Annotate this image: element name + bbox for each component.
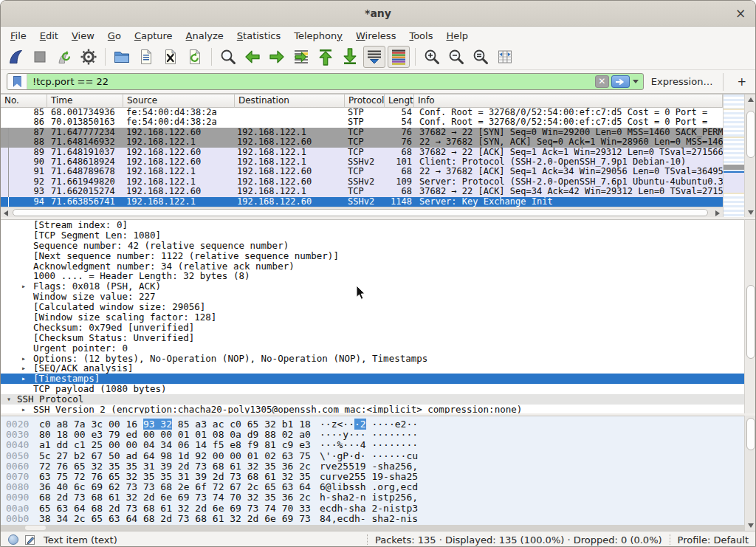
packet-list-vscrollbar[interactable]: [744, 94, 755, 217]
detail-line[interactable]: [TCP Segment Len: 1080]: [1, 230, 744, 241]
detail-line[interactable]: ▸[Timestamps]: [1, 374, 744, 384]
collapsed-arrow-icon[interactable]: ▸: [21, 363, 26, 374]
detail-line[interactable]: [Next sequence number: 1122 (relative se…: [1, 251, 744, 261]
details-vscrollbar[interactable]: [744, 219, 756, 413]
detail-line[interactable]: Window size value: 227: [1, 292, 744, 302]
hex-row[interactable]: 008036 40 6c 69 62 73 73 68 2e 6f 72 67 …: [1, 482, 744, 492]
menu-item-tools[interactable]: Tools: [402, 29, 439, 43]
packet-list-hscrollbar[interactable]: [1, 207, 723, 217]
restart-capture-icon[interactable]: [53, 46, 75, 68]
find-packet-icon[interactable]: [217, 46, 239, 68]
hex-row[interactable]: 006072 76 65 32 35 35 31 39 2d 73 68 61 …: [1, 461, 744, 472]
menu-item-file[interactable]: File: [4, 29, 33, 43]
menu-item-analyze[interactable]: Analyze: [179, 29, 230, 43]
hex-bytes[interactable]: 5c 27 b2 67 50 ad 64 98 1d 92 00 00 01 0…: [39, 451, 311, 461]
hscroll-thumb[interactable]: [13, 209, 708, 216]
go-last-icon[interactable]: [339, 46, 361, 68]
bytes-vscroll-thumb[interactable]: [746, 418, 755, 450]
filter-history-dropdown-icon[interactable]: [633, 80, 639, 83]
hex-row[interactable]: 007063 75 72 76 65 32 35 35 31 39 2d 73 …: [1, 472, 744, 482]
add-filter-button[interactable]: +: [734, 75, 749, 89]
hex-bytes[interactable]: 68 2d 73 68 61 32 2d 6e 69 73 74 70 32 3…: [39, 492, 311, 503]
menu-item-statistics[interactable]: Statistics: [230, 29, 287, 43]
auto-scroll-button[interactable]: [363, 46, 385, 68]
detail-line[interactable]: ▸Flags: 0x018 (PSH, ACK): [1, 281, 744, 292]
clear-filter-icon[interactable]: ✕: [595, 75, 609, 88]
titlebar[interactable]: *any ×: [1, 1, 755, 27]
colorize-button[interactable]: [388, 46, 410, 68]
hex-row[interactable]: 00505c 27 b2 67 50 ad 64 98 1d 92 00 00 …: [1, 451, 744, 461]
detail-line[interactable]: ▸Options: (12 bytes), No-Operation (NOP)…: [1, 354, 744, 364]
vscroll-thumb[interactable]: [746, 111, 755, 158]
menu-item-go[interactable]: Go: [101, 29, 128, 43]
go-to-packet-icon[interactable]: [290, 46, 312, 68]
packet-list-minimap[interactable]: [723, 94, 744, 217]
column-header-destination[interactable]: Destination: [235, 94, 345, 108]
menu-item-telephony[interactable]: Telephony: [287, 29, 349, 43]
apply-filter-icon[interactable]: [611, 75, 630, 88]
hex-bytes[interactable]: c0 a8 7a 3c 00 16 93 32 85 a3 ac c0 65 3…: [39, 419, 311, 430]
column-header-time[interactable]: Time: [47, 94, 123, 108]
menu-item-help[interactable]: Help: [439, 29, 475, 43]
save-file-icon[interactable]: [135, 46, 157, 68]
hex-row[interactable]: 00b038 34 2c 65 63 64 68 2d 73 68 61 32 …: [1, 514, 744, 524]
collapsed-arrow-icon[interactable]: ▸: [21, 281, 26, 292]
packet-row[interactable]: 9371.662015274192.168.122.60192.168.122.…: [1, 187, 723, 196]
hex-row[interactable]: 00a065 63 64 68 2d 73 68 61 32 2d 6e 69 …: [1, 503, 744, 514]
expression-button[interactable]: Expression…: [651, 76, 713, 87]
hex-ascii[interactable]: 84,ecdh- sha2-nis: [320, 514, 418, 524]
stop-capture-icon[interactable]: [29, 46, 51, 68]
packet-row[interactable]: 8670.013850163fe:54:00:d4:38:2aSTP54Conf…: [1, 117, 723, 127]
detail-line[interactable]: 1000 .... = Header Length: 32 bytes (8): [1, 271, 744, 281]
hex-ascii[interactable]: 6@libssh .org,ecd: [320, 482, 418, 492]
bytes-hscrollbar[interactable]: [1, 525, 744, 531]
packet-row[interactable]: 8568.001734936fe:54:00:d4:38:2aSTP54Conf…: [1, 108, 723, 117]
filter-text[interactable]: !tcp.port == 22: [27, 76, 595, 87]
scroll-left-icon[interactable]: [1, 207, 11, 217]
detail-line[interactable]: Acknowledgment number: 34 (relative ack …: [1, 261, 744, 272]
detail-line[interactable]: [Checksum Status: Unverified]: [1, 333, 744, 343]
column-header-length[interactable]: Length: [385, 94, 414, 108]
detail-line[interactable]: TCP payload (1080 bytes): [1, 384, 744, 394]
go-forward-icon[interactable]: [266, 46, 288, 68]
menu-item-edit[interactable]: Edit: [33, 29, 65, 43]
scroll-right-icon[interactable]: [712, 207, 723, 217]
packet-row[interactable]: 8871.648146932192.168.122.1192.168.122.6…: [1, 137, 723, 147]
packet-row[interactable]: 8771.647777234192.168.122.60192.168.122.…: [1, 128, 723, 137]
packet-row[interactable]: 9271.661949820192.168.122.1192.168.122.6…: [1, 177, 723, 187]
zoom-out-icon[interactable]: [445, 46, 467, 68]
hex-ascii[interactable]: ···%···4 ········: [320, 440, 418, 450]
start-capture-icon[interactable]: [4, 46, 27, 68]
filter-bookmark-button[interactable]: [7, 74, 27, 89]
menu-item-capture[interactable]: Capture: [128, 29, 179, 43]
hex-ascii[interactable]: ··z<···2 ····e2··: [320, 419, 418, 430]
hex-bytes[interactable]: 63 75 72 76 65 32 35 35 31 39 2d 73 68 6…: [39, 472, 311, 482]
scroll-down-icon[interactable]: [745, 207, 755, 217]
hex-ascii[interactable]: \'·gP·d· ······cu: [320, 451, 418, 461]
detail-line[interactable]: ▾SSH Protocol: [1, 394, 744, 405]
detail-line[interactable]: Sequence number: 42 (relative sequence n…: [1, 241, 744, 251]
reload-file-icon[interactable]: [184, 46, 206, 68]
packet-row[interactable]: 9171.648789678192.168.122.1192.168.122.6…: [1, 167, 723, 176]
bytes-scroll-down-icon[interactable]: [745, 520, 756, 531]
detail-line[interactable]: Checksum: 0x79ed [unverified]: [1, 323, 744, 333]
detail-line[interactable]: ▸[SEQ/ACK analysis]: [1, 363, 744, 374]
open-file-icon[interactable]: [111, 46, 133, 68]
bytes-vscrollbar[interactable]: [744, 416, 756, 531]
hex-ascii[interactable]: curve255 19-sha25: [320, 472, 418, 482]
bytes-hscroll-thumb[interactable]: [25, 526, 46, 530]
profile-label[interactable]: Profile: Default: [678, 534, 749, 546]
hex-bytes[interactable]: a1 dd c1 25 00 00 04 34 06 14 f5 e8 f9 8…: [39, 440, 311, 450]
expanded-arrow-icon[interactable]: ▾: [7, 394, 11, 405]
packet-row[interactable]: 9471.663856741192.168.122.1192.168.122.6…: [1, 197, 723, 207]
menu-item-view[interactable]: View: [65, 29, 101, 43]
collapsed-arrow-icon[interactable]: ▸: [21, 374, 26, 384]
display-filter-input[interactable]: !tcp.port == 22 ✕: [7, 73, 644, 90]
detail-line[interactable]: [Stream index: 0]: [1, 220, 744, 230]
column-header-info[interactable]: Info: [414, 94, 723, 108]
go-first-icon[interactable]: [315, 46, 337, 68]
detail-line[interactable]: ▸SSH Version 2 (encryption:chacha20-poly…: [1, 405, 744, 413]
hex-ascii[interactable]: ····y··· ········: [320, 430, 418, 440]
close-file-icon[interactable]: [159, 46, 182, 68]
detail-line[interactable]: [Window size scaling factor: 128]: [1, 312, 744, 323]
